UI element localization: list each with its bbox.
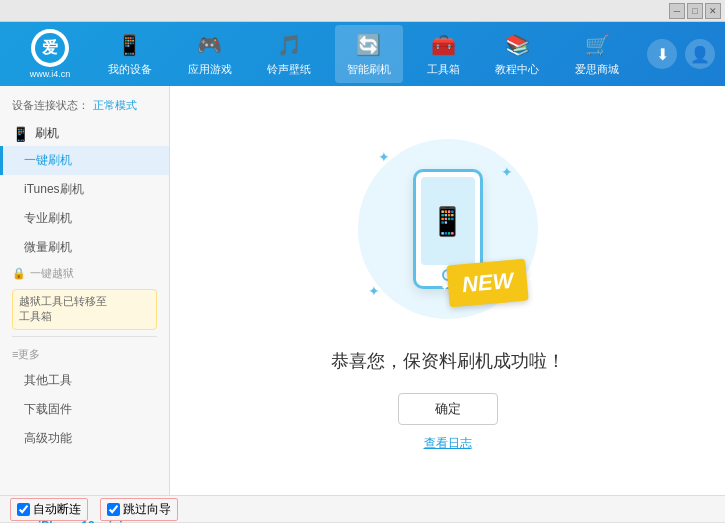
nav-mall-label: 爱思商城 — [575, 62, 619, 77]
nav-my-device[interactable]: 📱 我的设备 — [96, 25, 164, 83]
ribbon-star-left: ✦ — [440, 281, 449, 293]
sparkle-3: ✦ — [368, 283, 380, 299]
new-badge-text: NEW — [461, 268, 514, 297]
logo[interactable]: 爱 www.i4.cn — [10, 29, 90, 79]
nav-tutorial[interactable]: 📚 教程中心 — [483, 25, 551, 83]
bottom-section: 自动断连 跳过向导 📱 iPhone 12 mini 64GB Down-12m… — [0, 495, 725, 523]
title-bar: ─ □ ✕ — [0, 0, 725, 22]
new-ribbon: ✦ NEW ✦ — [448, 262, 527, 304]
maximize-button[interactable]: □ — [687, 3, 703, 19]
nav-bar: 📱 我的设备 🎮 应用游戏 🎵 铃声壁纸 🔄 智能刷机 🧰 工具箱 📚 教程中心… — [90, 25, 637, 83]
toolbox-icon: 🧰 — [429, 31, 457, 59]
nav-toolbox-label: 工具箱 — [427, 62, 460, 77]
nav-mall[interactable]: 🛒 爱思商城 — [563, 25, 631, 83]
app-games-icon: 🎮 — [196, 31, 224, 59]
flash-section-icon: 📱 — [12, 126, 29, 142]
device-details: iPhone 12 mini 64GB Down-12mini-13,1 — [38, 519, 123, 523]
user-button[interactable]: 👤 — [685, 39, 715, 69]
close-button[interactable]: ✕ — [705, 3, 721, 19]
more-section-header: ≡ 更多 — [0, 343, 169, 366]
skipwizard-label: 跳过向导 — [123, 501, 171, 518]
nav-smart-flash[interactable]: 🔄 智能刷机 — [335, 25, 403, 83]
other-tools-label: 其他工具 — [24, 372, 72, 389]
sidebar: 设备连接状态： 正常模式 📱 刷机 一键刷机 iTunes刷机 专业刷机 微量刷… — [0, 86, 170, 495]
header: 爱 www.i4.cn 📱 我的设备 🎮 应用游戏 🎵 铃声壁纸 🔄 智能刷机 … — [0, 22, 725, 86]
notice-text: 越狱工具已转移至工具箱 — [19, 295, 107, 322]
header-right-buttons: ⬇ 👤 — [647, 39, 715, 69]
sidebar-flash-header[interactable]: 📱 刷机 — [0, 121, 169, 146]
notice-box: 越狱工具已转移至工具箱 — [12, 289, 157, 330]
device-name: iPhone 12 mini — [38, 519, 123, 523]
success-illustration: 📱 ✦ NEW ✦ ✦ ✦ ✦ — [348, 129, 548, 329]
ringtones-icon: 🎵 — [275, 31, 303, 59]
device-info: 📱 iPhone 12 mini 64GB Down-12mini-13,1 — [10, 519, 123, 523]
status-label: 设备连接状态： — [12, 98, 89, 113]
logo-url: www.i4.cn — [30, 69, 71, 79]
sidebar-divider — [12, 336, 157, 337]
main-layout: 设备连接状态： 正常模式 📱 刷机 一键刷机 iTunes刷机 专业刷机 微量刷… — [0, 86, 725, 495]
window-controls: ─ □ ✕ — [669, 3, 721, 19]
locked-jailbreak: 🔒 一键越狱 — [0, 262, 169, 285]
tutorial-icon: 📚 — [503, 31, 531, 59]
sidebar-item-download-firmware[interactable]: 下载固件 — [0, 395, 169, 424]
sidebar-item-other-tools[interactable]: 其他工具 — [0, 366, 169, 395]
mall-icon: 🛒 — [583, 31, 611, 59]
sparkle-1: ✦ — [378, 149, 390, 165]
logo-inner: 爱 — [35, 33, 65, 63]
locked-label: 一键越狱 — [30, 266, 74, 281]
content-area: 📱 ✦ NEW ✦ ✦ ✦ ✦ 恭喜您，保资料刷机成功啦！ 确定 查看日志 — [170, 86, 725, 495]
more-label: 更多 — [18, 347, 40, 362]
one-click-flash-label: 一键刷机 — [24, 152, 72, 169]
success-message: 恭喜您，保资料刷机成功啦！ — [331, 349, 565, 373]
sidebar-item-one-click-flash[interactable]: 一键刷机 — [0, 146, 169, 175]
flash-section-label: 刷机 — [35, 125, 59, 142]
history-link[interactable]: 查看日志 — [424, 435, 472, 452]
nav-tutorial-label: 教程中心 — [495, 62, 539, 77]
sidebar-item-advanced[interactable]: 高级功能 — [0, 424, 169, 453]
itunes-flash-label: iTunes刷机 — [24, 181, 84, 198]
nav-app-games-label: 应用游戏 — [188, 62, 232, 77]
micro-flash-label: 微量刷机 — [24, 239, 72, 256]
pro-flash-label: 专业刷机 — [24, 210, 72, 227]
sidebar-item-itunes-flash[interactable]: iTunes刷机 — [0, 175, 169, 204]
status-value: 正常模式 — [93, 98, 137, 113]
sidebar-item-pro-flash[interactable]: 专业刷机 — [0, 204, 169, 233]
nav-ringtones-label: 铃声壁纸 — [267, 62, 311, 77]
advanced-label: 高级功能 — [24, 430, 72, 447]
ribbon-star-right: ✦ — [527, 273, 536, 285]
checkbox-skipwizard: 跳过向导 — [100, 498, 178, 521]
confirm-button[interactable]: 确定 — [398, 393, 498, 425]
nav-app-games[interactable]: 🎮 应用游戏 — [176, 25, 244, 83]
autodisconnect-label: 自动断连 — [33, 501, 81, 518]
nav-my-device-label: 我的设备 — [108, 62, 152, 77]
lock-icon: 🔒 — [12, 267, 26, 280]
my-device-icon: 📱 — [116, 31, 144, 59]
autodisconnect-checkbox[interactable] — [17, 503, 30, 516]
nav-ringtones[interactable]: 🎵 铃声壁纸 — [255, 25, 323, 83]
phone-screen: 📱 — [421, 177, 475, 265]
ribbon-badge: ✦ NEW ✦ — [446, 259, 529, 308]
sparkle-2: ✦ — [501, 164, 513, 180]
download-firmware-label: 下载固件 — [24, 401, 72, 418]
connection-status: 设备连接状态： 正常模式 — [0, 94, 169, 121]
sidebar-item-micro-flash[interactable]: 微量刷机 — [0, 233, 169, 262]
nav-toolbox[interactable]: 🧰 工具箱 — [415, 25, 472, 83]
nav-smart-flash-label: 智能刷机 — [347, 62, 391, 77]
logo-icon: 爱 — [31, 29, 69, 67]
skipwizard-checkbox[interactable] — [107, 503, 120, 516]
smart-flash-icon: 🔄 — [355, 31, 383, 59]
checkbox-autodisconnect: 自动断连 — [10, 498, 88, 521]
download-button[interactable]: ⬇ — [647, 39, 677, 69]
minimize-button[interactable]: ─ — [669, 3, 685, 19]
